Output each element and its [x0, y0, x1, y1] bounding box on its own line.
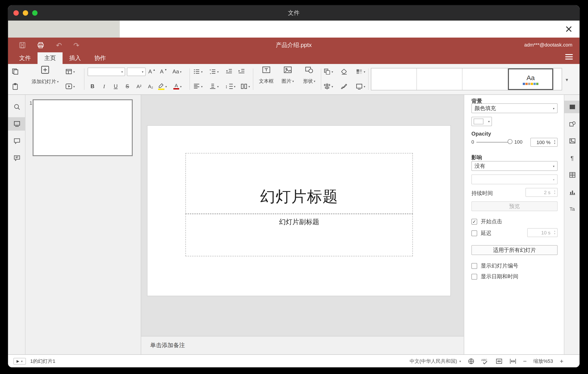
- theme-option-1[interactable]: [371, 68, 417, 90]
- spinner-down-icon[interactable]: ▼: [554, 232, 556, 235]
- columns-button[interactable]: ▾: [240, 81, 250, 92]
- arrange-button[interactable]: ▾: [324, 66, 333, 77]
- highlight-color-button[interactable]: ▾: [158, 81, 167, 92]
- chart-settings-tab[interactable]: [564, 186, 579, 198]
- spinner-up-icon[interactable]: ▲: [554, 189, 556, 192]
- checkbox-checked[interactable]: ✓: [471, 219, 477, 225]
- font-name-select[interactable]: ▾: [88, 67, 125, 76]
- italic-button[interactable]: I: [99, 81, 109, 92]
- insert-textbox-button[interactable]: 文本框: [256, 65, 276, 85]
- slides-panel-button[interactable]: [8, 117, 25, 131]
- table-settings-tab[interactable]: [564, 169, 579, 181]
- fit-to-slide-button[interactable]: [495, 358, 503, 364]
- duration-input[interactable]: 2 s ▲▼: [525, 188, 558, 197]
- background-color-select[interactable]: ▾: [471, 117, 492, 126]
- theme-option-selected[interactable]: Aa: [508, 68, 554, 90]
- chevron-down-icon: ▾: [553, 165, 555, 167]
- start-slideshow-statusbar-button[interactable]: ▶ ▾: [13, 358, 26, 364]
- font-size-select[interactable]: ▾: [127, 67, 146, 76]
- document-title[interactable]: 产品介绍.pptx: [8, 38, 579, 52]
- comments-button[interactable]: [8, 134, 25, 148]
- slide-thumbnail-1[interactable]: [33, 99, 133, 156]
- show-slide-number-row[interactable]: 显示幻灯片编号: [471, 262, 518, 270]
- numbering-button[interactable]: ▾: [209, 66, 219, 77]
- title-placeholder[interactable]: 幻灯片标题: [185, 153, 413, 214]
- shape-settings-tab[interactable]: [564, 118, 579, 130]
- spinner-down-icon[interactable]: ▼: [554, 142, 556, 144]
- horizontal-align-button[interactable]: ▾: [193, 81, 203, 92]
- tab-file[interactable]: 文件: [12, 52, 38, 64]
- fit-to-width-button[interactable]: [509, 358, 516, 364]
- checkbox-unchecked[interactable]: [471, 274, 477, 280]
- start-on-click-checkbox-row[interactable]: ✓ 开始点击: [471, 218, 502, 225]
- effect-variant-select[interactable]: ▾: [471, 175, 558, 184]
- delay-input[interactable]: 10 s ▲▼: [527, 228, 558, 237]
- paste-button[interactable]: [12, 81, 19, 92]
- slide-editing-area[interactable]: 幻灯片标题 幻灯片副标题: [147, 126, 450, 296]
- bullets-button[interactable]: ▾: [193, 66, 203, 77]
- change-case-button[interactable]: Aa ▾: [172, 66, 181, 77]
- feedback-button[interactable]: [8, 151, 25, 165]
- theme-gallery-expand-button[interactable]: ▾: [566, 74, 568, 85]
- tab-collaboration[interactable]: 协作: [88, 52, 113, 64]
- slide-settings-tab[interactable]: [564, 101, 579, 113]
- slide-size-button[interactable]: ▾: [356, 81, 365, 92]
- preview-button[interactable]: 预览: [471, 201, 558, 211]
- opacity-value-input[interactable]: 100 % ▲▼: [530, 138, 558, 147]
- theme-option-3[interactable]: [462, 68, 508, 90]
- user-account-label: adm***@dootask.com: [524, 38, 572, 52]
- checkbox-unchecked[interactable]: [471, 231, 477, 236]
- clear-style-button[interactable]: [340, 66, 348, 77]
- vertical-align-button[interactable]: ▾: [209, 81, 219, 92]
- insert-image-button[interactable]: 图片 ▾: [278, 65, 298, 85]
- superscript-button[interactable]: A²: [134, 81, 144, 92]
- opacity-slider-knob[interactable]: [508, 139, 513, 144]
- image-settings-tab[interactable]: [564, 135, 579, 147]
- tab-home[interactable]: 主页: [38, 52, 63, 64]
- copy-style-button[interactable]: [340, 81, 348, 92]
- color-scheme-button[interactable]: ▾: [356, 66, 365, 77]
- spinner-up-icon[interactable]: ▲: [554, 230, 556, 232]
- line-spacing-button[interactable]: ↕ ▾: [225, 81, 235, 92]
- strikethrough-button[interactable]: S: [122, 81, 132, 92]
- theme-option-2[interactable]: [417, 68, 462, 90]
- effect-select[interactable]: 没有 ▾: [471, 161, 558, 171]
- checkbox-unchecked[interactable]: [471, 263, 477, 269]
- tab-insert[interactable]: 插入: [63, 52, 88, 64]
- search-button[interactable]: [8, 100, 25, 114]
- shape-align-button[interactable]: ▾: [324, 81, 333, 92]
- increase-font-size-button[interactable]: A▲: [148, 66, 156, 77]
- bold-button[interactable]: B: [88, 81, 97, 92]
- zoom-out-button[interactable]: −: [523, 357, 526, 365]
- show-date-time-row[interactable]: 显示日期和时间: [471, 273, 518, 281]
- opacity-slider-track[interactable]: [476, 142, 510, 143]
- apply-to-all-slides-button[interactable]: 适用于所有幻灯片: [471, 245, 558, 255]
- notes-area[interactable]: 单击添加备注: [141, 336, 464, 354]
- fit-width-icon: [509, 358, 516, 364]
- slide-layout-button[interactable]: ▾: [65, 66, 75, 77]
- subtitle-placeholder[interactable]: 幻灯片副标题: [185, 214, 413, 256]
- spellcheck-button[interactable]: ABC: [481, 358, 489, 364]
- spinner-up-icon[interactable]: ▲: [554, 139, 556, 142]
- zoom-in-button[interactable]: +: [560, 357, 563, 365]
- add-slide-button[interactable]: 添加幻灯片 ▾: [28, 65, 63, 85]
- textart-settings-tab[interactable]: Ta: [564, 203, 579, 215]
- copy-button[interactable]: [12, 66, 19, 77]
- insert-shape-button[interactable]: 形状 ▾: [299, 65, 319, 85]
- font-color-button[interactable]: A ▾: [173, 81, 182, 92]
- language-select[interactable]: 中文(中华人民共和国) ▾: [410, 358, 461, 364]
- start-slideshow-button[interactable]: ▾: [65, 81, 75, 92]
- decrease-indent-button[interactable]: [225, 66, 232, 77]
- spinner-down-icon[interactable]: ▼: [554, 192, 556, 195]
- decrease-font-size-button[interactable]: A▼: [160, 66, 167, 77]
- spellcheck-language-button[interactable]: [468, 358, 474, 364]
- delay-checkbox-row[interactable]: 延迟: [471, 230, 492, 237]
- theme-option-5[interactable]: [554, 68, 562, 90]
- underline-button[interactable]: U: [111, 81, 121, 92]
- increase-indent-button[interactable]: [238, 66, 245, 77]
- menu-icon[interactable]: [565, 54, 573, 61]
- background-fill-select[interactable]: 颜色填充 ▾: [471, 103, 558, 113]
- close-icon[interactable]: [565, 25, 572, 33]
- paragraph-settings-tab[interactable]: ¶: [564, 152, 579, 164]
- subscript-button[interactable]: A₂: [146, 81, 156, 92]
